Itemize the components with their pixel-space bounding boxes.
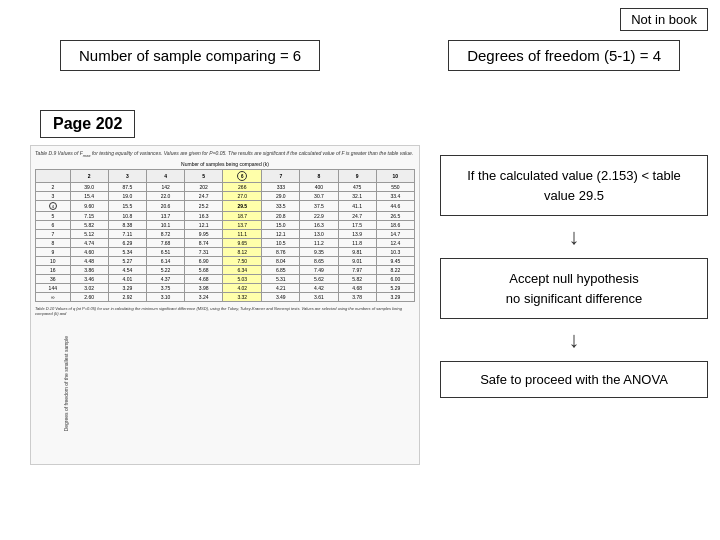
textbook-area: Table D.9 Values of Fmax for testing equ…	[30, 145, 420, 465]
header-row: Number of sample comparing = 6 Degrees o…	[0, 40, 720, 71]
sample-box: Number of sample comparing = 6	[60, 40, 320, 71]
calculated-value-box: If the calculated value (2.153) < table …	[440, 155, 708, 216]
col-header-label: Number of samples being compared (k)	[35, 161, 415, 167]
table-footnote: Table D.10 Values of q (at P=0.05) for u…	[35, 306, 415, 316]
fmax-table: 2 3 4 5 6 7 8 9 10 2 39.087.5142202 266 …	[35, 169, 415, 302]
table-title: Table D.9 Values of Fmax for testing equ…	[35, 150, 415, 158]
not-in-book-badge: Not in book	[620, 8, 708, 31]
safe-anova-box: Safe to proceed with the ANOVA	[440, 361, 708, 398]
freedom-box: Degrees of freedom (5-1) = 4	[448, 40, 680, 71]
right-panel: If the calculated value (2.153) < table …	[440, 155, 708, 398]
arrow-down-2: ↓	[440, 329, 708, 351]
sample-label: Number of sample comparing = 6	[79, 47, 301, 64]
accept-label: Accept null hypothesisno significant dif…	[506, 271, 642, 306]
accept-hypothesis-box: Accept null hypothesisno significant dif…	[440, 258, 708, 319]
arrow-down-1: ↓	[440, 226, 708, 248]
calc-value-label: If the calculated value (2.153) < table …	[467, 168, 681, 203]
freedom-label: Degrees of freedom (5-1) = 4	[467, 47, 661, 64]
safe-anova-label: Safe to proceed with the ANOVA	[480, 372, 668, 387]
not-in-book-label: Not in book	[631, 12, 697, 27]
df-axis-label: Degrees of freedom of the smallest sampl…	[63, 336, 73, 431]
page-label: Page 202	[40, 110, 135, 138]
